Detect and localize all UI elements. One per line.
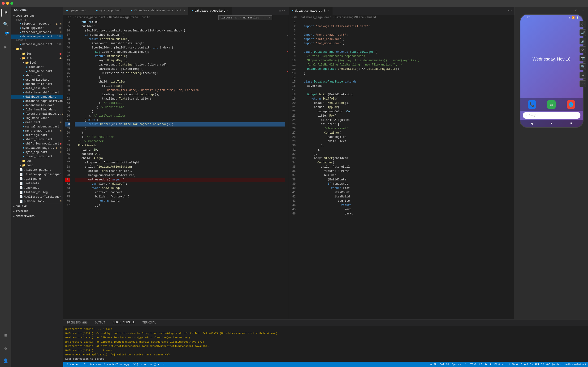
account-activity-icon[interactable]: 👤 (1, 357, 10, 365)
open-editor-database-page-g2[interactable]: ● database_page.dart lib (11, 42, 63, 47)
open-editor-firestore[interactable]: ● firestore_databas... U (11, 30, 63, 34)
flutter-log-file[interactable]: 📄 flutter_01.log (11, 190, 63, 195)
settings-file[interactable]: ● settings.dart (11, 133, 63, 137)
close-search-icon[interactable]: × (269, 16, 270, 19)
language-status[interactable]: Dart (485, 363, 491, 366)
tab-sync-app[interactable]: ● sync_app.dart × (93, 7, 128, 15)
tab-close-button[interactable]: × (183, 9, 186, 13)
data-base-shift-file[interactable]: ● data_base_shift.dart (11, 91, 63, 95)
source-control-activity-icon[interactable]: ⑂ 10 (1, 31, 10, 40)
firestore-database-file[interactable]: ● firestore_database... U (11, 112, 63, 116)
phone-vol-down-icon[interactable]: 🔉 (580, 38, 586, 44)
split-editor-icon[interactable]: ⊞ (279, 9, 281, 13)
phone-vol-up-icon[interactable]: 🔊 (580, 29, 586, 36)
flutter-plugins-dep-file[interactable]: 📄 .flutter-plugins-depen... (11, 172, 63, 177)
stopwatch-page-file[interactable]: ● stopwatch_page... 1, M (11, 146, 63, 150)
tab-firestore[interactable]: ● firestore_database_page.dart × (128, 7, 188, 15)
shift-clock-file[interactable]: ● shift_clock.dart (11, 137, 63, 142)
dependencies-section[interactable]: ▸ DEPENDENCIES (11, 214, 63, 219)
line-ending-status[interactable]: LF (479, 363, 482, 366)
run-activity-icon[interactable]: ▶ (1, 42, 10, 51)
tab-database-page-right[interactable]: ● database_page.dart × (289, 7, 333, 15)
maximize-button[interactable] (10, 2, 13, 5)
phone-zoom-in-icon[interactable]: 🔍 (580, 63, 586, 70)
phone-call-icon[interactable]: 📞 (528, 100, 536, 109)
gitignore-file[interactable]: 📄 .gitignore (11, 177, 63, 181)
close-button[interactable] (2, 2, 5, 5)
phone-screenshot-icon[interactable]: 📷 (580, 55, 586, 61)
timer-clock-file[interactable]: ● timer_clock.dart (11, 154, 63, 159)
tab-close-button[interactable]: × (88, 9, 90, 13)
right-code-lines[interactable]: import 'package:flutter/material.dart'; … (299, 20, 514, 319)
settings-activity-icon[interactable]: ⚙ (1, 344, 10, 353)
ios-folder[interactable]: ▸ 📁 ios (11, 51, 63, 56)
data-base-file[interactable]: ● data_base.dart (11, 86, 63, 91)
panel-tab-output[interactable]: OUTPUT (91, 319, 109, 326)
minimize-button[interactable] (6, 2, 9, 5)
next-match-icon[interactable]: ↓ (265, 16, 267, 19)
metadata-file[interactable]: 📄 .metadata (11, 181, 63, 186)
phone-back-button[interactable]: ◀ (531, 122, 532, 125)
shift-log-model-file[interactable]: ● shift_log_model.dart (11, 142, 63, 146)
phone-power-icon[interactable]: ⏻ (580, 21, 586, 27)
curent-time-file[interactable]: ● curent_time.dart (11, 82, 63, 86)
open-editor-sync[interactable]: ● sync_app.dart lib (11, 26, 63, 30)
phone-messages-icon[interactable]: ✉ (547, 100, 556, 109)
manual-addendum-file[interactable]: ● manual_addendum.dart (11, 125, 63, 129)
flutter-version-status[interactable]: Flutter: 1.20.4 (494, 363, 518, 366)
extensions-activity-icon[interactable]: ⊞ (1, 331, 10, 340)
tab-close-button[interactable]: × (327, 9, 329, 13)
open-editors-section[interactable]: ▾ OPEN EDITORS (11, 13, 63, 18)
outline-section[interactable]: ▸ OUTLINE (11, 204, 63, 209)
menu-drawer-file[interactable]: ● menu_drawer.dart M (11, 129, 63, 133)
packages-file[interactable]: 📄 .packages (11, 186, 63, 190)
tab-close-button[interactable]: × (227, 9, 229, 13)
panel-tab-terminal[interactable]: TERMINAL (139, 319, 160, 326)
open-editor-stopwatch[interactable]: ● stopwatch_page... 1, M (11, 22, 63, 26)
search-activity-icon[interactable]: 🔍 (1, 20, 10, 28)
phone-close-button[interactable]: × (573, 8, 579, 13)
open-editor-database-page[interactable]: ● database_page.dart lib (11, 34, 63, 39)
database-page-shift-file[interactable]: ● database_page_shift.dart (11, 99, 63, 103)
phone-search-bar[interactable]: G Google (523, 112, 580, 119)
bloc-folder[interactable]: ▾ 📂 BLoC (11, 60, 63, 65)
phone-recents-button[interactable]: ■ (570, 122, 572, 125)
database-page-file[interactable]: ● database_page.dart (11, 95, 63, 99)
muellerscher-file[interactable]: 📄 MuellerscterTimeLogger... (11, 195, 63, 199)
sync-app-file[interactable]: ● sync_app.dart U (11, 150, 63, 154)
flutter-status[interactable]: Flutter (MuellerscterTimeLogger_V2) (84, 363, 138, 366)
file-handling-file[interactable]: ● file_handling.dart (11, 108, 63, 112)
phone-chrome-icon[interactable]: 🌐 (567, 100, 575, 109)
pubspec-file[interactable]: 📄 pubspec.lock M (11, 199, 63, 204)
prev-match-icon[interactable]: ↑ (262, 16, 264, 19)
more-actions-icon[interactable]: ··· (282, 9, 287, 13)
dependencies-file[interactable]: ● dependencies.dart (11, 103, 63, 108)
regex-icon[interactable]: .* (238, 17, 241, 19)
errors-warnings-status[interactable]: ⚠ 0 ✗ 0 ⓘ 0 47 (141, 363, 164, 366)
device-status[interactable]: Pixel_3a_API_30_x86 (android-x86 emulato… (521, 363, 586, 366)
tab-page-dart[interactable]: ● .page.dart × (63, 7, 93, 15)
git-branch-status[interactable]: ⎇ master* (65, 363, 81, 366)
tour-bloc-dart-file[interactable]: ● tour_bloc.dart (11, 69, 63, 74)
out-folder[interactable]: ▸ 📁 out (11, 159, 63, 163)
about-dart-file[interactable]: ● about.dart (11, 74, 63, 78)
phone-minimize-button[interactable]: − (580, 8, 586, 13)
files-activity-icon[interactable]: ⎘ (1, 8, 10, 17)
tour-dart-file[interactable]: ● Tour.dart (11, 65, 63, 69)
spaces-status[interactable]: Spaces: 2 (452, 363, 466, 366)
left-scrollbar[interactable] (287, 20, 289, 319)
phone-nav-left-icon[interactable]: ◀ (580, 72, 586, 78)
left-code-lines[interactable]: future: DB builder: (BuildContext contex… (73, 20, 287, 319)
phone-more-icon[interactable]: ··· (580, 80, 586, 87)
tab-close-button[interactable]: × (123, 9, 125, 13)
flutter-plugins-file[interactable]: 📄 .flutter-plugins (11, 168, 63, 172)
window-controls[interactable] (2, 2, 13, 5)
phone-home-button[interactable]: ● (550, 122, 552, 125)
encoding-status[interactable]: UTF-8 (469, 363, 476, 366)
tab-database-page-left[interactable]: ● database_page.dart × (188, 7, 232, 15)
phone-rotate-icon[interactable]: ⟳ (580, 46, 586, 53)
timeline-section[interactable]: ▸ TIMELINE (11, 209, 63, 214)
main-dart-file[interactable]: ● main.dart M (11, 120, 63, 125)
search-bar[interactable]: dispose Aa .* No results ↑ ↓ × (218, 15, 272, 20)
more-actions-icon[interactable]: ··· (507, 9, 513, 12)
